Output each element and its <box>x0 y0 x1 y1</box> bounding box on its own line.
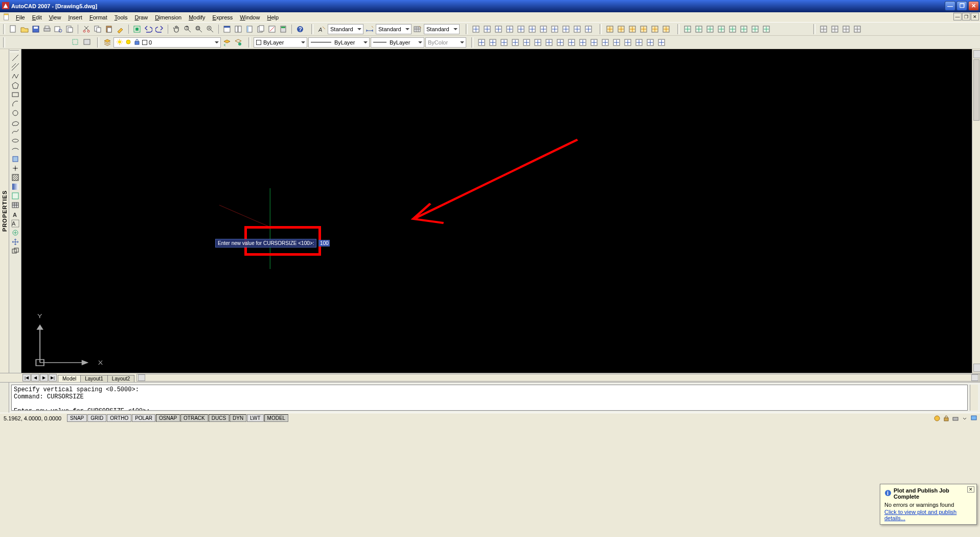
status-toggle-ducs[interactable]: DUCS <box>209 414 229 422</box>
array-button[interactable] <box>521 37 532 48</box>
command-grip[interactable] <box>0 383 9 413</box>
status-toggle-osnap[interactable]: OSNAP <box>156 414 180 422</box>
ellipse-tool-button[interactable] <box>10 136 20 145</box>
move-tool-button[interactable] <box>10 237 20 247</box>
linetype-dropdown[interactable]: ByLayer <box>308 37 370 48</box>
distance-button[interactable] <box>682 24 693 34</box>
clean-screen-icon[interactable] <box>970 414 978 422</box>
scroll-left-button[interactable] <box>138 374 145 381</box>
xline-tool-button[interactable] <box>10 62 20 72</box>
workspace-settings-button[interactable] <box>818 24 829 34</box>
dyn-prompt-input[interactable] <box>318 240 330 247</box>
rotate-button[interactable] <box>544 37 554 48</box>
tab-nav-next[interactable]: ▶ <box>40 374 48 382</box>
status-toggle-dyn[interactable]: DYN <box>230 414 246 422</box>
hatch-back-button[interactable] <box>650 24 660 34</box>
publish-button[interactable] <box>64 24 75 34</box>
offset-button[interactable] <box>510 37 520 48</box>
send-back-button[interactable] <box>616 24 626 34</box>
dim-angular-button[interactable] <box>550 24 560 34</box>
design-center-button[interactable] <box>233 24 243 34</box>
cui-button[interactable] <box>82 37 92 48</box>
balloon-close-button[interactable]: ✕ <box>967 486 974 493</box>
move-button[interactable] <box>533 37 543 48</box>
toolbar-grip-icon[interactable] <box>10 50 19 52</box>
doc-minimize-button[interactable]: — <box>953 13 962 20</box>
menu-insert[interactable]: Insert <box>64 14 86 21</box>
extend-button[interactable] <box>589 37 599 48</box>
quickselect-button[interactable] <box>71 37 81 48</box>
dim-quick-button[interactable] <box>561 24 571 34</box>
break-at-button[interactable] <box>600 37 610 48</box>
save-button[interactable] <box>31 24 41 34</box>
layer-manager-button[interactable] <box>102 37 112 48</box>
dim-aligned-button[interactable] <box>482 24 492 34</box>
trim-button[interactable] <box>578 37 588 48</box>
toolbar-grip-icon[interactable] <box>677 24 679 34</box>
menu-dimension[interactable]: Dimension <box>151 14 185 21</box>
tab-nav-last[interactable]: ▶| <box>49 374 57 382</box>
open-button[interactable] <box>19 24 30 34</box>
menu-tools[interactable]: Tools <box>111 14 131 21</box>
menu-help[interactable]: Help <box>263 14 282 21</box>
dimstyle-dropdown[interactable]: Standard <box>376 24 412 34</box>
line-tool-button[interactable] <box>10 53 20 62</box>
toolbar-grip-icon[interactable] <box>466 24 468 34</box>
status-toggle-polar[interactable]: POLAR <box>132 414 155 422</box>
hatch-tool-button[interactable] <box>10 173 20 182</box>
layout-tab-layout1[interactable]: Layout1 <box>80 375 108 382</box>
color-dropdown[interactable]: ByLayer <box>254 37 307 48</box>
revcloud-tool-button[interactable] <box>10 118 20 127</box>
tab-nav-first[interactable]: |◀ <box>22 374 31 382</box>
gradient-tool-button[interactable] <box>10 182 20 191</box>
new-button[interactable] <box>8 24 18 34</box>
status-toggle-model[interactable]: MODEL <box>264 414 289 422</box>
cut-button[interactable] <box>81 24 92 34</box>
minimize-button[interactable]: — <box>945 1 955 11</box>
plot-notify-icon[interactable] <box>951 414 960 422</box>
dimstyle-button[interactable] <box>364 24 375 34</box>
menu-draw[interactable]: Draw <box>131 14 151 21</box>
circle-tool-button[interactable] <box>10 108 20 118</box>
mirror-button[interactable] <box>499 37 509 48</box>
toolbar-grip-icon[interactable] <box>600 24 602 34</box>
paste-button[interactable] <box>104 24 114 34</box>
id-point-button[interactable] <box>727 24 738 34</box>
dim-diameter-button[interactable] <box>538 24 549 34</box>
dim-arc-button[interactable] <box>493 24 504 34</box>
chamfer-button[interactable] <box>634 37 644 48</box>
command-history[interactable]: Specify vertical spacing <0.5000>: Comma… <box>11 385 968 411</box>
tool-palettes-button[interactable] <box>244 24 255 34</box>
textstyle-button[interactable]: A <box>316 24 327 34</box>
menu-modify[interactable]: Modify <box>185 14 209 21</box>
fillet-button[interactable] <box>645 37 655 48</box>
menu-edit[interactable]: Edit <box>29 14 45 21</box>
zoom-previous-button[interactable] <box>205 24 215 34</box>
mtext-tool-button[interactable]: A <box>10 219 20 228</box>
horizontal-scrollbar[interactable] <box>136 374 980 382</box>
communication-center-icon[interactable] <box>933 414 941 422</box>
tablestyle-dropdown[interactable]: Standard <box>424 24 460 34</box>
status-toggle-grid[interactable]: GRID <box>87 414 106 422</box>
status-button[interactable] <box>750 24 760 34</box>
explode-button[interactable] <box>656 37 667 48</box>
dim-baseline-button[interactable] <box>572 24 582 34</box>
balloon-link[interactable]: Click to view plot and publish details..… <box>884 509 972 521</box>
toolbar-grip-icon[interactable] <box>813 24 815 34</box>
table-tool-button[interactable] <box>10 200 20 210</box>
erase-button[interactable] <box>476 37 487 48</box>
spline-tool-button[interactable] <box>10 127 20 136</box>
pline-tool-button[interactable] <box>10 72 20 81</box>
arc-tool-button[interactable] <box>10 99 20 108</box>
plot-button[interactable] <box>42 24 52 34</box>
plot-preview-button[interactable] <box>53 24 63 34</box>
toolbar-grip-icon[interactable] <box>248 37 250 48</box>
menu-view[interactable]: View <box>45 14 65 21</box>
dim-ordinate-button[interactable] <box>505 24 515 34</box>
layer-dropdown[interactable]: 0 <box>113 37 221 48</box>
region-tool-button[interactable] <box>10 191 20 200</box>
list-button[interactable] <box>716 24 726 34</box>
toolbar-grip-icon[interactable] <box>3 37 5 48</box>
quickcalc-button[interactable] <box>278 24 288 34</box>
markup-button[interactable] <box>267 24 277 34</box>
